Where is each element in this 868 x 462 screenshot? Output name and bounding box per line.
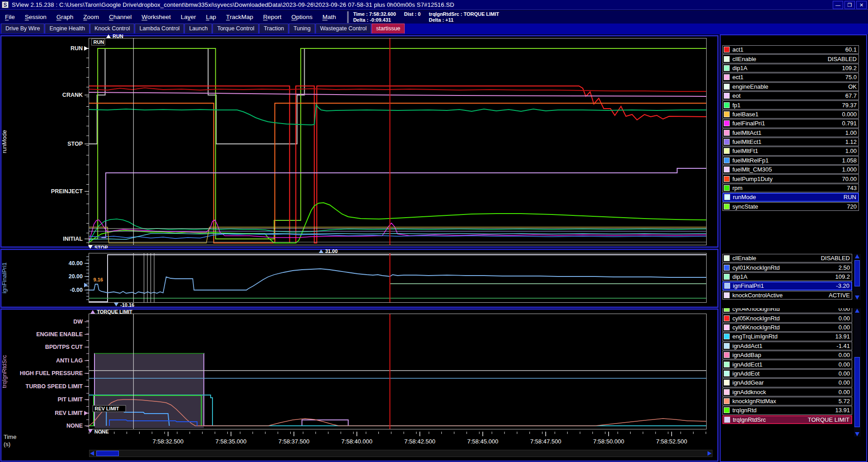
tab-lambda-control[interactable]: Lambda Control: [135, 24, 184, 33]
menu-options[interactable]: Options: [287, 14, 318, 20]
channel-row-fuelMltFt1[interactable]: fuelMltFt11.00: [722, 147, 859, 155]
channel-row-rpm[interactable]: rpm743: [722, 184, 859, 192]
runMode-graph-panel[interactable]: RUNCRANKSTOPPREINJECTINITIALRUNSTOPRUNru…: [0, 34, 719, 248]
menu-channel[interactable]: Channel: [104, 14, 137, 20]
axis-label-turbo-speed-limit: TURBO SPEED LIMIT: [26, 383, 83, 390]
tab-launch[interactable]: Launch: [184, 24, 212, 33]
time-axis-title: Time: [4, 433, 16, 440]
minimize-icon[interactable]: —: [833, 1, 843, 9]
menu-worksheet[interactable]: Worksheet: [137, 14, 176, 20]
legend-scrollbar-thumb[interactable]: [854, 260, 860, 286]
time-scrollbar[interactable]: [89, 450, 712, 457]
axis-label-initial: INITIAL: [63, 236, 83, 242]
channel-row-trqIgnRtdSrc[interactable]: trqIgnRtdSrcTORQUE LIMIT: [722, 415, 852, 424]
legend-panel-B: cllEnableDISABLEDcyl01KnockIgnRtd2.50dip…: [722, 254, 861, 300]
channel-row-fuelBase1[interactable]: fuelBase10.000: [722, 110, 859, 119]
channel-row-fuelMltAct1[interactable]: fuelMltAct11.00: [722, 129, 859, 137]
channel-row-cllEnable[interactable]: cllEnableDISABLED: [722, 254, 852, 262]
channel-row-fuelMltEct1[interactable]: fuelMltEct11.12: [722, 138, 859, 146]
channel-value: 0.000: [842, 111, 859, 118]
channel-row-dip1A[interactable]: dip1A109.2: [722, 272, 852, 281]
menu-lap[interactable]: Lap: [201, 14, 222, 20]
menu-report[interactable]: Report: [258, 14, 287, 20]
close-icon[interactable]: ✕: [856, 1, 867, 9]
time-tick-label: 7:58:37.500: [278, 438, 310, 445]
channel-row-fuelMltRelFp1[interactable]: fuelMltRelFp11.058: [722, 156, 859, 165]
channel-row-fp1[interactable]: fp179.37: [722, 100, 859, 109]
channel-color-swatch: [724, 148, 730, 154]
menu-session[interactable]: Session: [20, 14, 52, 20]
channel-row-engineEnable[interactable]: engineEnableOK: [722, 82, 859, 91]
legend-scrollbar-thumb[interactable]: [854, 357, 860, 427]
legend-scrollbar[interactable]: [854, 308, 861, 437]
time-axis-unit: (s): [4, 441, 10, 448]
scroll-up-icon[interactable]: [855, 254, 859, 258]
cursor-delta-time: Delta : -0:09.431: [353, 17, 396, 23]
tab-tuning[interactable]: Tuning: [289, 24, 315, 33]
channel-row-fuelMlt_CM305[interactable]: fuelMlt_CM3051.000: [722, 165, 859, 174]
scroll-down-icon[interactable]: [855, 432, 859, 436]
channel-row-cyl05KnockIgnRtd[interactable]: cyl05KnockIgnRtd0.00: [722, 314, 852, 322]
menu-graph[interactable]: Graph: [52, 14, 79, 20]
channel-row-dip1A[interactable]: dip1A109.2: [722, 64, 859, 72]
scroll-left-icon[interactable]: [90, 451, 94, 456]
channel-row-cyl04KnockIgnRtd[interactable]: cyl04KnockIgnRtd0.00: [722, 308, 852, 313]
menu-zoom[interactable]: Zoom: [78, 14, 104, 20]
channel-value: 67.7: [845, 92, 859, 99]
channel-value: 1.12: [845, 138, 859, 145]
channel-row-ignAddknock[interactable]: ignAddknock0.00: [722, 388, 852, 396]
channel-name: fp1: [732, 102, 842, 109]
channel-name: fuelMltRelFp1: [732, 157, 842, 164]
time-tick-label: 7:58:50.000: [593, 438, 624, 445]
channel-name: ignAddEot: [732, 370, 839, 377]
trqIgnRtdSrc-graph-panel[interactable]: DWENGINE ENABLEBPD/TPS CUTANTI LAGHIGH F…: [0, 308, 719, 462]
tab-traction[interactable]: Traction: [259, 24, 288, 33]
channel-row-ignFinalPri1[interactable]: ignFinalPri1-3.20: [722, 281, 852, 290]
channel-row-knockControlActive[interactable]: knockControlActiveACTIVE: [722, 291, 852, 300]
scroll-up-icon[interactable]: [855, 309, 859, 313]
menu-file[interactable]: File: [0, 14, 20, 20]
channel-value: 1.00: [845, 148, 859, 154]
channel-row-act1[interactable]: act160.1: [722, 45, 859, 54]
channel-row-fuelFinalPri1[interactable]: fuelFinalPri10.791: [722, 119, 859, 128]
scroll-right-icon[interactable]: [708, 451, 712, 456]
channel-color-swatch: [724, 292, 730, 298]
channel-name: trqIgnRtdSrc: [733, 416, 808, 423]
channel-row-ignAddEct1[interactable]: ignAddEct10.00: [722, 360, 852, 368]
channel-row-ignAddAct1[interactable]: ignAddAct1-1.41: [722, 342, 852, 350]
axis-label-crank: CRANK: [62, 92, 83, 98]
restore-icon[interactable]: ❐: [844, 1, 855, 9]
tab-knock-control[interactable]: Knock Control: [90, 24, 135, 33]
tab-startissue[interactable]: startissue: [372, 24, 405, 33]
channel-row-knockIgnRtdMax[interactable]: knockIgnRtdMax5.72: [722, 397, 852, 405]
channel-row-cyl06KnockIgnRtd[interactable]: cyl06KnockIgnRtd0.00: [722, 323, 852, 332]
tab-drive-by-wire[interactable]: Drive By Wire: [1, 24, 44, 33]
tab-engine-health[interactable]: Engine Health: [45, 24, 90, 33]
channel-name: ignAddEct1: [732, 361, 839, 368]
scrollbar-thumb[interactable]: [96, 451, 119, 456]
channel-row-engTrqLimIgnRtd[interactable]: engTrqLimIgnRtd13.91: [722, 332, 852, 341]
channel-row-fuelPump1Duty[interactable]: fuelPump1Duty70.00: [722, 174, 859, 183]
legend-scrollbar[interactable]: [854, 254, 861, 300]
channel-row-cllEnable[interactable]: cllEnableDISABLED: [722, 54, 859, 63]
channel-row-ignAddBap[interactable]: ignAddBap0.00: [722, 351, 852, 359]
axis-label-run: RUN: [71, 45, 83, 52]
ignFinalPri1-graph-panel[interactable]: 40.0020.00-0.0031.00-10.169.16ignFinalPr…: [0, 248, 719, 308]
menu-trackmap[interactable]: TrackMap: [221, 14, 258, 20]
scroll-down-icon[interactable]: [855, 295, 859, 300]
channel-name: ect1: [732, 74, 845, 81]
tab-wastegate-control[interactable]: Wastegate Control: [316, 24, 371, 33]
channel-row-ignAddEot[interactable]: ignAddEot0.00: [722, 369, 852, 378]
menu-math[interactable]: Math: [317, 14, 341, 20]
tab-torque-control[interactable]: Torque Control: [212, 24, 259, 33]
channel-row-trqIgnRtd[interactable]: trqIgnRtd13.91: [722, 406, 852, 414]
channel-row-cyl01KnockIgnRtd[interactable]: cyl01KnockIgnRtd2.50: [722, 263, 852, 271]
channel-row-ect1[interactable]: ect175.0: [722, 73, 859, 81]
channel-row-ignAddGear[interactable]: ignAddGear0.00: [722, 378, 852, 387]
channel-name: cllEnable: [732, 56, 828, 62]
channel-name: ignAddAct1: [732, 343, 836, 349]
channel-row-syncState[interactable]: syncState720: [722, 202, 859, 211]
menu-layer[interactable]: Layer: [176, 14, 201, 20]
channel-row-runMode[interactable]: runModeRUN: [722, 193, 859, 201]
channel-row-eot[interactable]: eot67.7: [722, 91, 859, 100]
